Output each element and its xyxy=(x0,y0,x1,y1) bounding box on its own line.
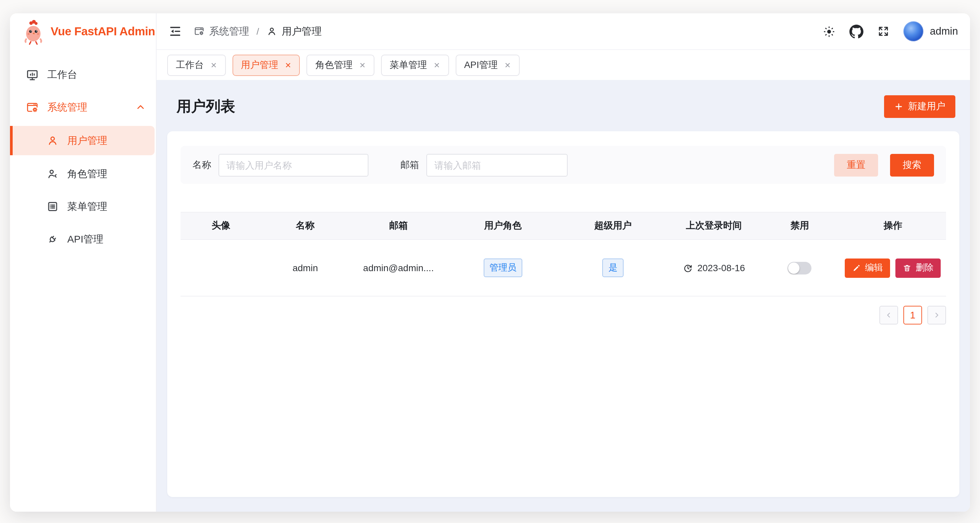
pencil-icon xyxy=(853,264,861,272)
edit-button-label: 编辑 xyxy=(865,262,883,274)
topbar: 系统管理 / 用户管理 xyxy=(157,13,970,50)
breadcrumb-separator: / xyxy=(256,26,259,37)
tab-label: 工作台 xyxy=(176,59,204,71)
pagination-prev-button[interactable] xyxy=(880,306,898,324)
sun-icon[interactable] xyxy=(823,25,835,38)
new-user-button[interactable]: 新建用户 xyxy=(884,95,955,118)
sidebar-item-role-management[interactable]: 角色管理 xyxy=(10,160,156,188)
sidebar-item-workbench[interactable]: 工作台 xyxy=(10,60,156,89)
avatar xyxy=(904,21,923,41)
new-user-button-label: 新建用户 xyxy=(908,100,945,113)
user-table: 头像 名称 邮箱 用户角色 超级用户 上次登录时间 禁用 操作 admin xyxy=(181,212,946,296)
fullscreen-expand-icon[interactable] xyxy=(877,25,889,37)
sidebar-item-label: 工作台 xyxy=(47,68,77,81)
close-icon[interactable]: ✕ xyxy=(210,60,217,70)
page-head: 用户列表 新建用户 xyxy=(167,80,959,131)
tab-label: API管理 xyxy=(464,59,498,71)
tab-label: 角色管理 xyxy=(315,59,353,71)
delete-button-label: 删除 xyxy=(916,262,934,274)
sidebar-item-label: 用户管理 xyxy=(67,134,107,147)
name-cell: admin xyxy=(261,262,349,273)
last-login-cell: 2023-08-16 xyxy=(668,262,760,273)
actions-cell: 编辑 删除 xyxy=(840,258,946,278)
reset-button[interactable]: 重置 xyxy=(834,154,878,176)
toggle-knob xyxy=(789,262,800,273)
user-menu[interactable]: admin xyxy=(904,21,958,41)
delete-button[interactable]: 删除 xyxy=(896,258,941,278)
name-filter-label: 名称 xyxy=(192,159,211,171)
tab-user-management[interactable]: 用户管理 ✕ xyxy=(232,54,300,76)
menu-fold-icon[interactable] xyxy=(166,22,185,41)
role-cell: 管理员 xyxy=(448,259,558,277)
breadcrumb: 系统管理 / 用户管理 xyxy=(194,25,322,38)
sidebar-group-label: 系统管理 xyxy=(47,101,87,114)
breadcrumb-label: 用户管理 xyxy=(282,25,322,38)
user-icon xyxy=(47,135,59,146)
system-window-gear-icon xyxy=(194,26,205,37)
clock-refresh-icon xyxy=(682,263,692,273)
logo-row: Vue FastAPI Admin xyxy=(10,13,156,50)
close-icon[interactable]: ✕ xyxy=(504,60,511,70)
breadcrumb-item-system[interactable]: 系统管理 xyxy=(194,25,249,38)
column-header-name: 名称 xyxy=(261,220,349,232)
pagination-next-button[interactable] xyxy=(928,306,946,324)
superuser-cell: 是 xyxy=(558,259,668,277)
tab-role-management[interactable]: 角色管理 ✕ xyxy=(307,54,374,76)
column-header-actions: 操作 xyxy=(840,220,946,232)
name-filter-input[interactable] xyxy=(218,154,368,176)
trash-icon xyxy=(903,264,912,272)
chevron-left-icon xyxy=(885,311,893,319)
main-area: 系统管理 / 用户管理 xyxy=(157,13,970,512)
email-filter-input[interactable] xyxy=(426,154,568,176)
email-cell: admin@admin.... xyxy=(349,262,448,273)
tab-menu-management[interactable]: 菜单管理 ✕ xyxy=(381,54,449,76)
api-plug-icon xyxy=(47,233,59,245)
workbench-monitor-icon xyxy=(26,68,39,81)
topbar-actions: admin xyxy=(823,21,958,41)
chevron-right-icon xyxy=(933,311,941,319)
column-header-avatar: 头像 xyxy=(181,220,261,232)
role-tag: 管理员 xyxy=(483,259,522,277)
tab-label: 菜单管理 xyxy=(390,59,427,71)
disabled-cell xyxy=(759,262,840,274)
sidebar-group-system-management[interactable]: 系统管理 xyxy=(10,93,156,121)
tab-api-management[interactable]: API管理 ✕ xyxy=(455,54,519,76)
disabled-toggle[interactable] xyxy=(788,262,812,274)
role-user-icon xyxy=(47,168,59,180)
column-header-superuser: 超级用户 xyxy=(558,220,668,232)
plus-icon xyxy=(894,102,904,111)
username: admin xyxy=(930,25,958,37)
stage: Vue FastAPI Admin 工作台 xyxy=(0,0,980,523)
tab-label: 用户管理 xyxy=(241,59,278,71)
sidebar-item-label: 角色管理 xyxy=(67,168,107,180)
sidebar-item-label: API管理 xyxy=(67,233,103,245)
breadcrumb-item-user[interactable]: 用户管理 xyxy=(266,25,322,38)
breadcrumb-label: 系统管理 xyxy=(209,25,249,38)
sidebar-item-menu-management[interactable]: 菜单管理 xyxy=(10,192,156,221)
sidebar-menu: 工作台 系统管理 xyxy=(10,50,156,258)
github-icon[interactable] xyxy=(850,24,864,38)
user-icon xyxy=(266,26,277,37)
column-header-email: 邮箱 xyxy=(349,220,448,232)
sidebar-item-user-management[interactable]: 用户管理 xyxy=(10,126,154,155)
search-button[interactable]: 搜索 xyxy=(890,154,934,176)
pagination-page-1[interactable]: 1 xyxy=(904,306,922,324)
table-row: admin admin@admin.... 管理员 是 xyxy=(181,240,946,296)
close-icon[interactable]: ✕ xyxy=(360,60,366,70)
tabs-bar: 工作台 ✕ 用户管理 ✕ 角色管理 ✕ 菜单管理 ✕ API管理 ✕ xyxy=(157,50,970,80)
pagination: 1 xyxy=(181,306,946,324)
filter-panel: 名称 邮箱 重置 搜索 xyxy=(181,146,946,184)
close-icon[interactable]: ✕ xyxy=(434,60,440,70)
email-filter-label: 邮箱 xyxy=(400,159,419,171)
close-icon[interactable]: ✕ xyxy=(285,60,291,70)
chevron-up-icon xyxy=(136,103,145,112)
tab-workbench[interactable]: 工作台 ✕ xyxy=(167,54,226,76)
last-login-date: 2023-08-16 xyxy=(697,262,745,273)
chick-mascot-icon xyxy=(22,18,45,45)
content-area: 用户列表 新建用户 名称 邮 xyxy=(157,80,970,512)
column-header-role: 用户角色 xyxy=(448,220,558,232)
column-header-last-login: 上次登录时间 xyxy=(668,220,760,232)
edit-button[interactable]: 编辑 xyxy=(845,258,890,278)
app-window: Vue FastAPI Admin 工作台 xyxy=(10,13,970,512)
sidebar-item-api-management[interactable]: API管理 xyxy=(10,225,156,253)
